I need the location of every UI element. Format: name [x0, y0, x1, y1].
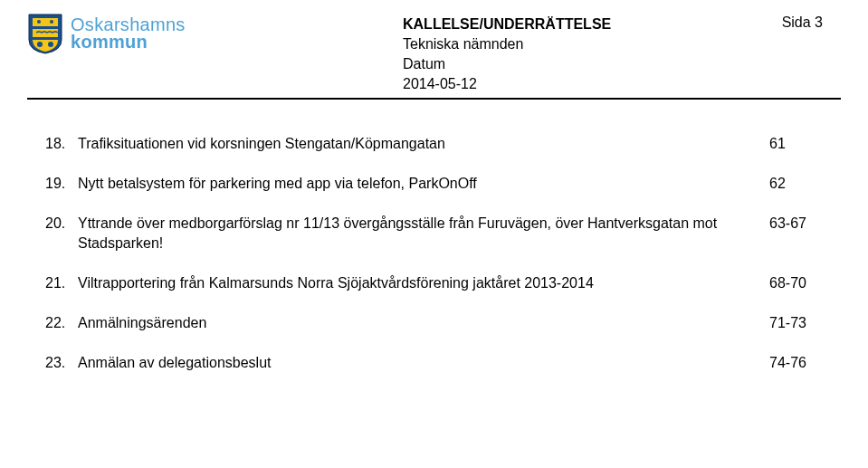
svg-rect-0 [33, 18, 58, 26]
page-number: Sida 3 [782, 14, 823, 31]
committee-name: Tekniska nämnden [403, 34, 611, 54]
agenda-list: 18. Trafiksituationen vid korsningen Ste… [45, 134, 824, 393]
item-text: Viltrapportering från Kalmarsunds Norra … [78, 273, 769, 293]
item-page: 71-73 [769, 313, 824, 333]
svg-point-3 [50, 20, 53, 24]
item-text: Anmälningsärenden [78, 313, 769, 333]
item-number: 22. [45, 313, 78, 333]
shield-icon [27, 13, 63, 54]
item-number: 19. [45, 174, 78, 194]
item-page: 63-67 [769, 214, 824, 253]
list-item: 23. Anmälan av delegationsbeslut 74-76 [45, 353, 824, 373]
doc-title: KALLELSE/UNDERRÄTTELSE [403, 14, 611, 34]
svg-rect-1 [33, 29, 58, 37]
header: Oskarshamns kommun KALLELSE/UNDERRÄTTELS… [27, 13, 841, 99]
item-text: Trafiksituationen vid korsningen Stengat… [78, 134, 769, 154]
item-text: Anmälan av delegationsbeslut [78, 353, 769, 373]
svg-point-4 [37, 42, 43, 47]
header-center: KALLELSE/UNDERRÄTTELSE Tekniska nämnden … [403, 14, 611, 94]
list-item: 18. Trafiksituationen vid korsningen Ste… [45, 134, 824, 154]
item-number: 18. [45, 134, 78, 154]
item-page: 68-70 [769, 273, 824, 293]
list-item: 20. Yttrande över medborgarförslag nr 11… [45, 214, 824, 253]
item-number: 23. [45, 353, 78, 373]
item-number: 21. [45, 273, 78, 293]
list-item: 21. Viltrapportering från Kalmarsunds No… [45, 273, 824, 293]
item-page: 62 [769, 174, 824, 194]
item-page: 61 [769, 134, 824, 154]
header-divider [27, 98, 841, 100]
item-number: 20. [45, 214, 78, 253]
item-page: 74-76 [769, 353, 824, 373]
list-item: 19. Nytt betalsystem för parkering med a… [45, 174, 824, 194]
list-item: 22. Anmälningsärenden 71-73 [45, 313, 824, 333]
org-name: Oskarshamns kommun [71, 14, 186, 53]
page: Oskarshamns kommun KALLELSE/UNDERRÄTTELS… [0, 0, 868, 468]
org-logo-block: Oskarshamns kommun [27, 13, 186, 54]
date-label: Datum [403, 54, 611, 74]
date-value: 2014-05-12 [403, 74, 611, 94]
svg-point-5 [48, 42, 53, 47]
item-text: Yttrande över medborgarförslag nr 11/13 … [78, 214, 769, 253]
svg-point-2 [37, 20, 41, 24]
item-text: Nytt betalsystem för parkering med app v… [78, 174, 769, 194]
